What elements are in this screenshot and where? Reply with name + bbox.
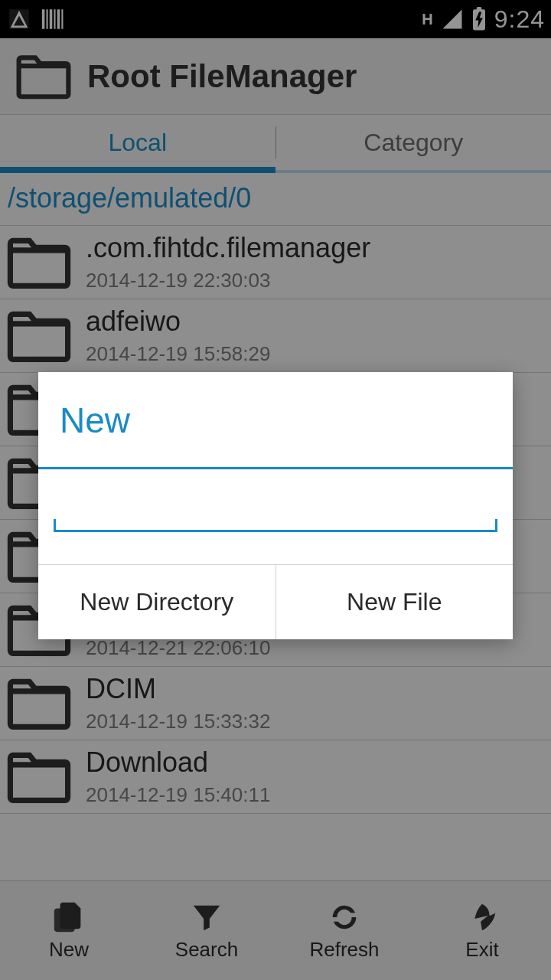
new-dialog: New New Directory New File [38,372,513,639]
dialog-actions: New Directory New File [38,564,513,639]
dialog-body [38,469,513,564]
dialog-name-input[interactable] [54,486,497,530]
new-directory-label: New Directory [80,588,233,616]
new-directory-button[interactable]: New Directory [38,565,276,639]
dialog-input-wrapper [54,486,497,532]
dialog-title: New [38,372,513,469]
screen: H 9:24 Root FileManager Local Category /… [0,0,551,980]
new-file-button[interactable]: New File [276,565,514,639]
new-file-label: New File [347,588,442,616]
